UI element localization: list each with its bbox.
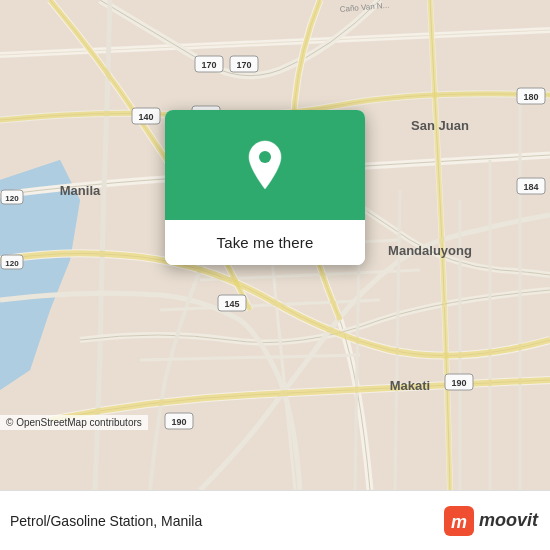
svg-text:170: 170 xyxy=(201,60,216,70)
svg-text:120: 120 xyxy=(5,259,19,268)
moovit-logo: m moovit xyxy=(444,506,538,536)
svg-text:145: 145 xyxy=(224,299,239,309)
svg-point-44 xyxy=(259,151,271,163)
popup-card: Take me there xyxy=(165,110,365,265)
svg-text:190: 190 xyxy=(451,378,466,388)
svg-text:184: 184 xyxy=(523,182,538,192)
svg-text:San Juan: San Juan xyxy=(411,118,469,133)
svg-text:Manila: Manila xyxy=(60,183,101,198)
svg-text:190: 190 xyxy=(171,417,186,427)
svg-text:m: m xyxy=(451,512,467,532)
svg-text:Makati: Makati xyxy=(390,378,430,393)
take-me-there-button[interactable]: Take me there xyxy=(165,220,365,265)
svg-text:180: 180 xyxy=(523,92,538,102)
svg-text:170: 170 xyxy=(236,60,251,70)
svg-text:120: 120 xyxy=(5,194,19,203)
moovit-text-label: moovit xyxy=(479,510,538,531)
bottom-bar: Petrol/Gasoline Station, Manila m moovit xyxy=(0,490,550,550)
popup-green-area xyxy=(165,110,365,220)
svg-text:Mandaluyong: Mandaluyong xyxy=(388,243,472,258)
svg-text:140: 140 xyxy=(138,112,153,122)
moovit-icon: m xyxy=(444,506,474,536)
location-pin-icon xyxy=(243,139,287,191)
station-label: Petrol/Gasoline Station, Manila xyxy=(10,513,202,529)
map-attribution: © OpenStreetMap contributors xyxy=(0,415,148,430)
map-container: 140 145 170 170 145 190 190 120 120 180 … xyxy=(0,0,550,490)
